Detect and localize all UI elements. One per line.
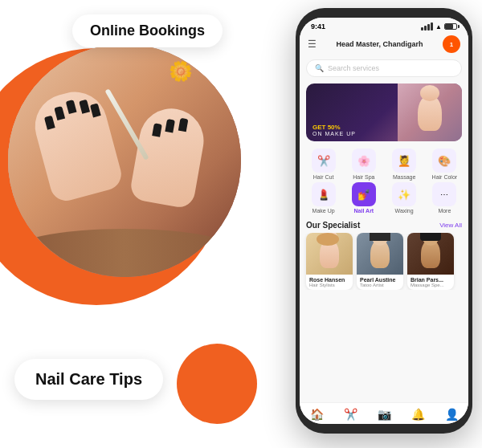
massage-icon-box: 💆	[392, 149, 416, 173]
app-header: ☰ Head Master, Chandigarh 1	[300, 32, 468, 56]
nailart-label: Nail Art	[354, 208, 374, 214]
more-icon-box: ⋯	[432, 182, 456, 206]
status-time: 9:41	[311, 22, 325, 31]
status-icons: ▲	[421, 22, 457, 31]
haircut-icon-box: ✂️	[312, 149, 336, 173]
services-row-2: 💄 Make Up 💅 Nail Art ✨ Waxing ⋯ More	[300, 182, 468, 218]
banner-photo	[398, 83, 462, 141]
specialist-photo-3	[407, 233, 454, 275]
specialist-card-2[interactable]: Pearl Austine Tatoo Artist	[357, 233, 403, 290]
promo-banner: GET 50% ON MAKE UP	[306, 83, 462, 141]
specialist-photo-2	[357, 233, 403, 275]
specialist-info-2: Pearl Austine Tatoo Artist	[357, 275, 403, 290]
nail-care-badge: Nail Care Tips	[14, 359, 163, 400]
services-row-1: ✂️ Hair Cut 🌸 Hair Spa 💆 Massage 🎨 Hair …	[300, 145, 468, 182]
menu-icon[interactable]: ☰	[308, 39, 317, 50]
phone-mockup: 9:41 ▲ ☰ Head Master, Chandigarh 1	[296, 8, 472, 434]
specialist-role-1: Hair Stylists	[309, 283, 349, 287]
phone-screen: 9:41 ▲ ☰ Head Master, Chandigarh 1	[300, 18, 468, 424]
makeup-icon-box: 💄	[312, 182, 336, 206]
hairspa-label: Hair Spa	[353, 174, 374, 180]
specialist-role-2: Tatoo Artist	[360, 283, 400, 287]
haircolor-icon-box: 🎨	[432, 149, 456, 173]
hairspa-icon-box: 🌸	[352, 149, 376, 173]
banner-text: GET 50% ON MAKE UP	[312, 124, 356, 136]
specialist-card-3[interactable]: Brian Pars... Massage Spe...	[407, 233, 454, 290]
wifi-icon: ▲	[435, 23, 442, 31]
online-bookings-badge: Online Bookings	[72, 14, 223, 47]
service-makeup[interactable]: 💄 Make Up	[304, 182, 342, 214]
view-all-link[interactable]: View All	[439, 222, 462, 229]
search-bar[interactable]: 🔍 Search services	[306, 59, 462, 77]
specialist-role-3: Massage Spe...	[411, 283, 451, 287]
haircut-label: Hair Cut	[313, 174, 334, 180]
waxing-icon-box: ✨	[392, 182, 416, 206]
location-text: Head Master, Chandigarh	[336, 40, 423, 48]
service-massage[interactable]: 💆 Massage	[386, 149, 423, 180]
specialist-name-3: Brian Pars...	[411, 277, 451, 283]
specialist-photo-1	[306, 233, 353, 275]
battery-icon	[444, 23, 457, 30]
specialists-header: Our Specialist View All	[300, 218, 468, 233]
specialist-info-1: Rose Hansen Hair Stylists	[306, 275, 353, 290]
nav-camera-icon[interactable]: 📷	[378, 408, 391, 421]
specialists-title: Our Specialist	[306, 221, 360, 230]
search-icon: 🔍	[315, 64, 324, 72]
massage-label: Massage	[393, 174, 415, 180]
nav-profile-icon[interactable]: 👤	[445, 408, 459, 421]
specialist-info-3: Brian Pars... Massage Spe...	[407, 275, 454, 290]
nail-photo-circle: 🌼	[8, 44, 241, 277]
notification-bell[interactable]: 1	[443, 35, 460, 53]
search-placeholder: Search services	[328, 64, 379, 72]
nav-home-icon[interactable]: 🏠	[310, 408, 324, 421]
specialist-name-1: Rose Hansen	[309, 277, 349, 283]
banner-suffix: ON MAKE UP	[312, 131, 356, 136]
service-nailart[interactable]: 💅 Nail Art	[345, 182, 382, 214]
banner-prefix: GET 50%	[312, 124, 356, 131]
nav-bell-icon[interactable]: 🔔	[411, 408, 425, 421]
specialist-name-2: Pearl Austine	[360, 277, 400, 283]
nailart-icon-box: 💅	[352, 182, 376, 206]
service-waxing[interactable]: ✨ Waxing	[386, 182, 423, 214]
service-haircolor[interactable]: 🎨 Hair Color	[426, 149, 464, 180]
bg-circle-orange-small	[177, 344, 257, 424]
more-label: More	[438, 208, 451, 214]
specialists-row: Rose Hansen Hair Stylists Pearl Austine …	[300, 233, 468, 290]
status-bar: 9:41 ▲	[300, 18, 468, 32]
waxing-label: Waxing	[395, 208, 414, 214]
specialist-card-1[interactable]: Rose Hansen Hair Stylists	[306, 233, 353, 290]
makeup-label: Make Up	[312, 208, 335, 214]
nav-scissors-icon[interactable]: ✂️	[344, 408, 357, 421]
bottom-nav: 🏠 ✂️ 📷 🔔 👤	[300, 402, 468, 424]
haircolor-label: Hair Color	[432, 174, 458, 180]
service-hairspa[interactable]: 🌸 Hair Spa	[345, 149, 382, 180]
service-haircut[interactable]: ✂️ Hair Cut	[304, 149, 342, 180]
service-more[interactable]: ⋯ More	[426, 182, 464, 214]
